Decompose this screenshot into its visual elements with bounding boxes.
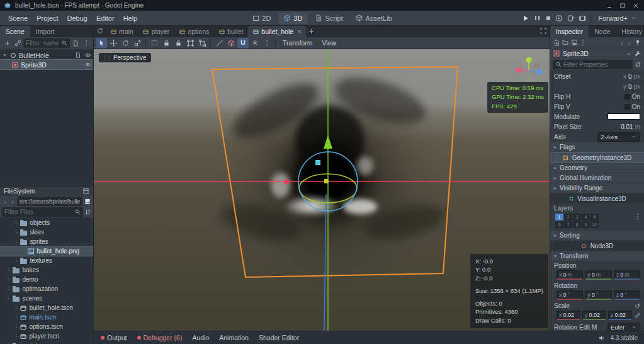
environment-toggle-button[interactable] xyxy=(249,38,261,49)
add-node-button[interactable] xyxy=(2,38,12,49)
audio-button[interactable]: Audio xyxy=(188,333,213,343)
transform-menu[interactable]: Transform xyxy=(278,38,317,48)
workspace-2d[interactable]: 2D xyxy=(247,13,276,24)
new-resource-icon[interactable] xyxy=(553,39,560,47)
property-sort-icon[interactable] xyxy=(634,60,641,68)
scene-filter-input[interactable] xyxy=(26,40,59,47)
speaker-icon[interactable] xyxy=(598,334,606,341)
scene-tab-options[interactable]: options xyxy=(174,26,213,37)
extra-tools-icon[interactable] xyxy=(634,50,641,57)
shader-editor-button[interactable]: Shader Editor xyxy=(254,333,303,343)
prop-flip-h[interactable]: Flip H On xyxy=(550,91,644,101)
property-filter[interactable] xyxy=(553,60,633,69)
prop-pixel-size[interactable]: Pixel Size 0.01 m xyxy=(550,122,644,132)
inspector-node-selector[interactable]: Sprite3D xyxy=(550,48,644,59)
scale-x-field[interactable]: x0.02 xyxy=(556,311,580,320)
load-resource-icon[interactable] xyxy=(562,39,569,47)
version-label[interactable]: 4.3.stable xyxy=(607,335,641,341)
debugger-button[interactable]: Debugger (6) xyxy=(133,333,187,343)
scale-mode-button[interactable] xyxy=(132,38,143,49)
layer-toggle[interactable]: 10 xyxy=(590,221,599,228)
position-y-field[interactable]: y0m xyxy=(585,270,611,280)
visibility-eye-icon[interactable] xyxy=(84,52,91,59)
scene-tab-main[interactable]: main xyxy=(106,26,138,37)
viewport-menu-icon[interactable]: ⋮ xyxy=(261,38,273,49)
link-scale-icon[interactable] xyxy=(634,312,640,319)
group-button[interactable] xyxy=(184,38,196,49)
save-resource-icon[interactable] xyxy=(570,39,578,47)
tab-inspector[interactable]: Inspector xyxy=(550,26,589,37)
flip-v-checkbox[interactable] xyxy=(624,104,630,110)
rotation-edit-mode-dropdown[interactable]: Euler xyxy=(607,323,640,331)
nav-back-icon[interactable]: ‹ xyxy=(2,198,8,205)
move-mode-button[interactable] xyxy=(108,38,119,49)
category-visualinstance3d[interactable]: VisualInstance3D xyxy=(550,193,644,204)
maximize-button[interactable] xyxy=(618,1,627,9)
animation-button[interactable]: Animation xyxy=(215,333,253,343)
file-item[interactable]: └options.tscn xyxy=(0,322,93,331)
new-scene-tab-button[interactable] xyxy=(307,26,317,36)
section-flags[interactable]: ▸Flags xyxy=(550,142,644,152)
layer-toggle[interactable]: 9 xyxy=(582,221,590,228)
section-global-illumination[interactable]: ▸Global Illumination xyxy=(550,173,644,183)
tree-node-bullethole[interactable]: ▾ BulletHole xyxy=(0,50,93,60)
layer-toggle[interactable]: 4 xyxy=(582,214,590,221)
file-item[interactable]: └objects xyxy=(0,218,93,227)
resource-menu-icon[interactable]: ⋮ xyxy=(579,39,587,47)
sort-files-icon[interactable] xyxy=(84,209,91,216)
flip-h-checkbox[interactable] xyxy=(624,94,630,100)
position-x-field[interactable]: x0m xyxy=(556,270,583,280)
workspace-3d[interactable]: 3D xyxy=(278,13,307,24)
section-transform[interactable]: ▾Transform xyxy=(550,251,644,261)
unlock-button[interactable] xyxy=(172,38,184,49)
section-sorting[interactable]: ▸Sorting xyxy=(550,231,644,240)
property-filter-input[interactable] xyxy=(563,61,630,68)
nav-forward-icon[interactable]: › xyxy=(9,198,16,205)
dock-menu-icon[interactable] xyxy=(82,188,89,195)
history-back-icon[interactable]: ‹ xyxy=(619,39,625,47)
close-tab-icon[interactable]: × xyxy=(297,28,301,35)
play-custom-scene-button[interactable] xyxy=(566,13,576,23)
category-node3d[interactable]: Node3D xyxy=(550,241,644,251)
workspace-assetlib[interactable]: AssetLib xyxy=(351,13,397,24)
history-forward-icon[interactable]: › xyxy=(626,39,633,47)
workspace-script[interactable]: Script xyxy=(310,13,347,24)
tree-node-sprite3d[interactable]: Sprite3D xyxy=(0,60,93,69)
renderer-dropdown[interactable]: Forward+ xyxy=(594,13,640,23)
file-item[interactable]: └bakes xyxy=(0,265,93,275)
play-scene-button[interactable] xyxy=(555,13,565,23)
prop-offset-x[interactable]: Offset x 0 px xyxy=(550,71,644,81)
scale-y-field[interactable]: y0.02 xyxy=(582,311,606,320)
scale-z-field[interactable]: z0.02 xyxy=(608,311,632,320)
stop-button[interactable] xyxy=(543,13,553,23)
pause-button[interactable] xyxy=(532,13,542,23)
axis-dropdown[interactable]: Z-Axis xyxy=(597,132,640,142)
scene-filter[interactable] xyxy=(23,38,70,48)
rotate-mode-button[interactable] xyxy=(120,38,131,49)
minimize-button[interactable] xyxy=(604,1,614,9)
scene-tab-player[interactable]: player xyxy=(138,26,174,37)
layer-toggle[interactable]: 2 xyxy=(564,214,572,221)
menu-debug[interactable]: Debug xyxy=(62,13,91,24)
select-mode-button[interactable] xyxy=(96,38,107,49)
revert-scale-icon[interactable]: ↺ xyxy=(635,302,640,309)
file-item[interactable]: └player.tscn xyxy=(0,331,93,341)
tab-node[interactable]: Node xyxy=(589,26,616,37)
section-geometry[interactable]: ▸Geometry xyxy=(550,163,644,173)
lock-button[interactable] xyxy=(161,38,172,49)
scene-tab-menu-icon[interactable] xyxy=(95,26,105,36)
ruler-mode-button[interactable] xyxy=(213,38,225,49)
visibility-eye-icon[interactable] xyxy=(84,61,91,69)
file-item[interactable]: └scenes xyxy=(0,294,93,303)
file-item[interactable]: └skies xyxy=(0,227,93,237)
menu-editor[interactable]: Editor xyxy=(92,13,119,24)
scene-tree-menu-icon[interactable]: ⋮ xyxy=(81,38,91,49)
script-attached-icon[interactable] xyxy=(74,52,82,59)
list-select-button[interactable] xyxy=(149,38,160,49)
file-item[interactable]: └sprites xyxy=(0,237,93,246)
layer-toggle[interactable]: 3 xyxy=(573,214,581,221)
file-item-selected[interactable]: └bullet_hole.png xyxy=(0,246,93,256)
local-space-button[interactable] xyxy=(225,38,237,49)
category-geometryinstance3d[interactable]: GeometryInstance3D xyxy=(550,152,644,163)
movie-maker-button[interactable] xyxy=(577,13,587,23)
